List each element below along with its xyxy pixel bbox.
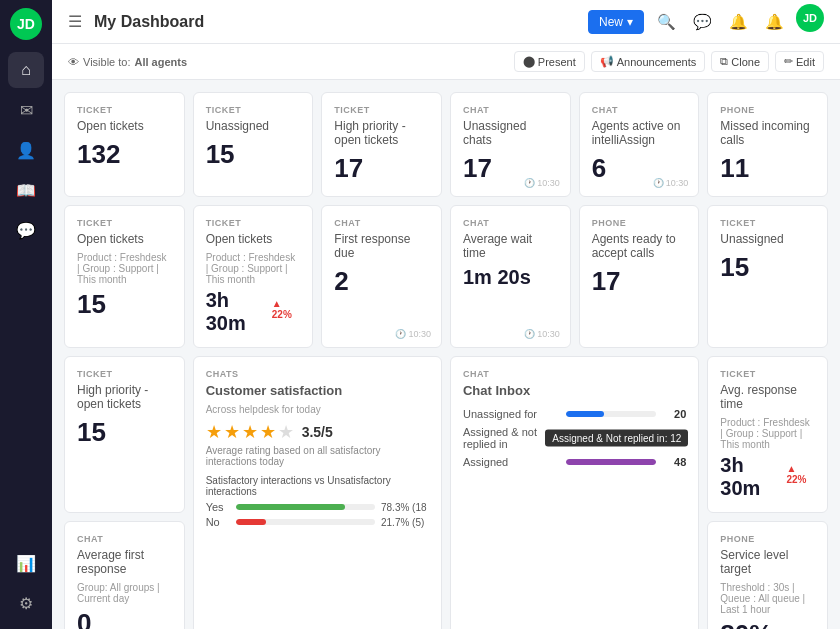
sidebar-item-knowledge[interactable]: 📖 xyxy=(8,172,44,208)
edit-button[interactable]: ✏ Edit xyxy=(775,51,824,72)
card-label: Unassigned xyxy=(206,119,301,133)
new-button-label: New xyxy=(599,15,623,29)
sidebar-item-inbox[interactable]: ✉ xyxy=(8,92,44,128)
card-high-priority-2-15: TICKET High priority - open tickets 15 xyxy=(64,356,185,513)
card-label: Unassigned xyxy=(720,232,815,246)
subbar: 👁 Visible to: All agents ⬤ Present 📢 Ann… xyxy=(52,44,840,80)
present-button[interactable]: ⬤ Present xyxy=(514,51,585,72)
sidebar-item-settings[interactable]: ⚙ xyxy=(8,585,44,621)
sidebar-item-contacts[interactable]: 👤 xyxy=(8,132,44,168)
card-unassigned-chats-17: CHAT Unassigned chats 17 🕐 10:30 xyxy=(450,92,571,197)
card-type: TICKET xyxy=(77,218,172,228)
card-avg-first-response: CHAT Average first response Group: All g… xyxy=(64,521,185,629)
yes-label: Yes xyxy=(206,501,230,513)
card-avg-response-3h30m: TICKET Avg. response time Product : Fres… xyxy=(707,356,828,513)
sidebar-item-reports[interactable]: 📊 xyxy=(8,545,44,581)
no-row: No 21.7% (5) xyxy=(206,516,429,528)
card-value: 15 xyxy=(206,139,301,170)
card-type: TICKET xyxy=(77,369,172,379)
main-content: ☰ My Dashboard New ▾ 🔍 💬 🔔 🔔 JD 👁 Visibl… xyxy=(52,0,840,629)
card-label: First response due xyxy=(334,232,429,260)
topbar-actions: New ▾ 🔍 💬 🔔 🔔 JD xyxy=(588,4,824,40)
card-service-level: PHONE Service level target Threshold : 3… xyxy=(707,521,828,629)
card-type: CHAT xyxy=(592,105,687,115)
card-label: Agents ready to accept calls xyxy=(592,232,687,260)
card-type: TICKET xyxy=(720,369,815,379)
card-type: CHAT xyxy=(463,369,686,379)
card-missed-calls-11: PHONE Missed incoming calls 11 xyxy=(707,92,828,197)
assigned-not-replied-tooltip: Assigned & Not replied in: 12 xyxy=(545,430,688,447)
notification-icon[interactable]: 🔔 xyxy=(760,8,788,36)
interactions-label: Satisfactory interactions vs Unsatisfact… xyxy=(206,475,429,497)
card-open-tickets-filter-15: TICKET Open tickets Product : Freshdesk … xyxy=(64,205,185,348)
hamburger-icon[interactable]: ☰ xyxy=(68,12,82,31)
chat-inbox-label: Chat Inbox xyxy=(463,383,686,398)
card-type: CHAT xyxy=(77,534,172,544)
card-type: CHAT xyxy=(463,218,558,228)
card-open-tickets-3h30m: TICKET Open tickets Product : Freshdesk … xyxy=(193,205,314,348)
sidebar-item-home[interactable]: ⌂ xyxy=(8,52,44,88)
clone-button[interactable]: ⧉ Clone xyxy=(711,51,769,72)
card-meta: Product : Freshdesk | Group : Support | … xyxy=(206,252,301,285)
card-chat-inbox: CHAT Chat Inbox Unassigned for 20 Assign… xyxy=(450,356,699,629)
card-type: TICKET xyxy=(334,105,429,115)
card-type: CHAT xyxy=(463,105,558,115)
card-label: Customer satisfaction xyxy=(206,383,429,398)
card-time: 🕐 10:30 xyxy=(653,178,689,188)
card-label: High priority - open tickets xyxy=(334,119,429,147)
announcements-button[interactable]: 📢 Announcements xyxy=(591,51,706,72)
card-value: 132 xyxy=(77,139,172,170)
card-time: 🕐 10:30 xyxy=(524,178,560,188)
avatar[interactable]: JD xyxy=(796,4,824,32)
clock-icon: 🕐 xyxy=(524,178,535,188)
star-3: ★ xyxy=(242,421,258,443)
card-value: 1m 20s xyxy=(463,266,558,289)
announcements-icon: 📢 xyxy=(600,55,614,68)
chat-icon[interactable]: 💬 xyxy=(688,8,716,36)
search-icon[interactable]: 🔍 xyxy=(652,8,680,36)
card-label: Average first response xyxy=(77,548,172,576)
star-4: ★ xyxy=(260,421,276,443)
unassigned-bar-fill xyxy=(566,411,604,417)
present-icon: ⬤ xyxy=(523,55,535,68)
new-button[interactable]: New ▾ xyxy=(588,10,644,34)
card-value: 3h 30m xyxy=(720,454,780,500)
card-agents-ready-17: PHONE Agents ready to accept calls 17 xyxy=(579,205,700,348)
no-bar-fill xyxy=(236,519,266,525)
star-rating: ★ ★ ★ ★ ★ 3.5/5 xyxy=(206,421,429,443)
yes-pct: 78.3% (18 xyxy=(381,502,429,513)
card-label: High priority - open tickets xyxy=(77,383,172,411)
card-time: 🕐 10:30 xyxy=(524,329,560,339)
rating-avg-label: Average rating based on all satisfactory… xyxy=(206,445,429,467)
sidebar-logo: JD xyxy=(10,8,42,40)
card-label: Agents active on intelliAssign xyxy=(592,119,687,147)
sidebar: JD ⌂ ✉ 👤 📖 💬 📊 ⚙ xyxy=(0,0,52,629)
card-chats-satisfaction: CHATS Customer satisfaction Across helpd… xyxy=(193,356,442,629)
card-type: TICKET xyxy=(77,105,172,115)
sidebar-item-chat[interactable]: 💬 xyxy=(8,212,44,248)
rating-score: 3.5/5 xyxy=(302,424,333,440)
card-avg-wait-time: CHAT Average wait time 1m 20s 🕐 10:30 xyxy=(450,205,571,348)
topbar: ☰ My Dashboard New ▾ 🔍 💬 🔔 🔔 JD xyxy=(52,0,840,44)
visible-label: 👁 Visible to: All agents xyxy=(68,56,187,68)
yes-row: Yes 78.3% (18 xyxy=(206,501,429,513)
card-type: CHATS xyxy=(206,369,429,379)
card-value: 15 xyxy=(77,289,172,320)
card-label: Avg. response time xyxy=(720,383,815,411)
chevron-down-icon: ▾ xyxy=(627,15,633,29)
card-value: 0 xyxy=(77,608,172,629)
clone-icon: ⧉ xyxy=(720,55,728,68)
card-label: Unassigned chats xyxy=(463,119,558,147)
bell-icon[interactable]: 🔔 xyxy=(724,8,752,36)
edit-icon: ✏ xyxy=(784,55,793,68)
assigned-label: Assigned xyxy=(463,456,560,468)
card-label: Service level target xyxy=(720,548,815,576)
card-type: PHONE xyxy=(720,105,815,115)
card-value: 3h 30m xyxy=(206,289,266,335)
card-label: Open tickets xyxy=(77,232,172,246)
card-value: 2 xyxy=(334,266,429,297)
unassigned-label: Unassigned for xyxy=(463,408,560,420)
card-value: 11 xyxy=(720,153,815,184)
card-label: Average wait time xyxy=(463,232,558,260)
assigned-bar-track xyxy=(566,459,656,465)
